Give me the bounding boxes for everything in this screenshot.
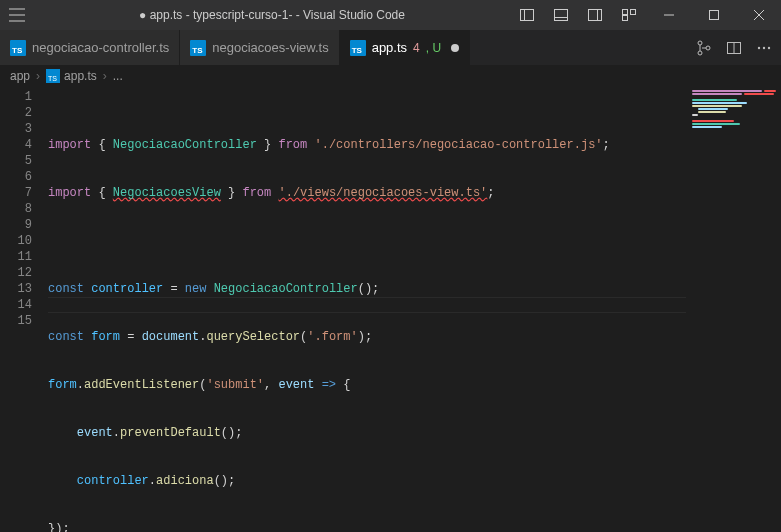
- more-actions-icon[interactable]: [753, 37, 775, 59]
- svg-rect-4: [589, 10, 602, 21]
- tab-negociacoes-view[interactable]: TS negociacoes-view.ts: [180, 30, 339, 65]
- line-number: 5: [0, 153, 32, 169]
- svg-point-18: [768, 46, 770, 48]
- typescript-icon: TS: [46, 69, 60, 83]
- svg-rect-6: [623, 10, 628, 15]
- svg-point-17: [763, 46, 765, 48]
- breadcrumb-part[interactable]: ...: [113, 69, 123, 83]
- line-number: 11: [0, 249, 32, 265]
- line-number-gutter: 123456789101112131415: [0, 87, 48, 532]
- line-number: 7: [0, 185, 32, 201]
- tab-label: app.ts: [372, 40, 407, 55]
- line-number: 10: [0, 233, 32, 249]
- breadcrumb-part[interactable]: app: [10, 69, 30, 83]
- split-editor-icon[interactable]: [723, 37, 745, 59]
- line-number: 13: [0, 281, 32, 297]
- code-content[interactable]: import { NegociacaoController } from './…: [48, 87, 686, 532]
- tab-problem-count: 4: [413, 41, 420, 55]
- svg-rect-0: [521, 10, 534, 21]
- line-number: 15: [0, 313, 32, 329]
- line-number: 3: [0, 121, 32, 137]
- svg-point-12: [698, 51, 702, 55]
- close-button[interactable]: [736, 0, 781, 30]
- breadcrumb-part[interactable]: app.ts: [64, 69, 97, 83]
- maximize-button[interactable]: [691, 0, 736, 30]
- tab-app-ts[interactable]: TS app.ts 4, U: [340, 30, 470, 65]
- breadcrumb[interactable]: app › TS app.ts › ...: [0, 65, 781, 87]
- line-number: 2: [0, 105, 32, 121]
- line-number: 8: [0, 201, 32, 217]
- minimap[interactable]: [686, 87, 781, 532]
- typescript-icon: TS: [190, 40, 206, 56]
- svg-rect-7: [631, 10, 636, 15]
- svg-point-13: [706, 46, 710, 50]
- svg-rect-10: [709, 11, 718, 20]
- line-number: 12: [0, 265, 32, 281]
- typescript-icon: TS: [10, 40, 26, 56]
- tab-label: negociacoes-view.ts: [212, 40, 328, 55]
- unsaved-dot-icon[interactable]: [451, 44, 459, 52]
- menu-icon[interactable]: [0, 0, 34, 30]
- minimize-button[interactable]: [646, 0, 691, 30]
- editor-area[interactable]: 123456789101112131415 import { Negociaca…: [0, 87, 781, 532]
- svg-point-16: [758, 46, 760, 48]
- editor-tabs: TS negociacao-controller.ts TS negociaco…: [0, 30, 781, 65]
- layout-left-icon[interactable]: [510, 0, 544, 30]
- line-number: 9: [0, 217, 32, 233]
- title-bar: ● app.ts - typescript-curso-1- - Visual …: [0, 0, 781, 30]
- line-number: 1: [0, 89, 32, 105]
- breadcrumb-separator-icon: ›: [103, 69, 107, 83]
- line-number: 4: [0, 137, 32, 153]
- tab-label: negociacao-controller.ts: [32, 40, 169, 55]
- window-title: ● app.ts - typescript-curso-1- - Visual …: [34, 8, 510, 22]
- svg-point-11: [698, 41, 702, 45]
- typescript-icon: TS: [350, 40, 366, 56]
- layout-customize-icon[interactable]: [612, 0, 646, 30]
- tab-negociacao-controller[interactable]: TS negociacao-controller.ts: [0, 30, 180, 65]
- layout-right-icon[interactable]: [578, 0, 612, 30]
- tab-git-status: , U: [426, 41, 441, 55]
- breadcrumb-separator-icon: ›: [36, 69, 40, 83]
- svg-rect-8: [623, 16, 628, 21]
- line-number: 6: [0, 169, 32, 185]
- layout-bottom-icon[interactable]: [544, 0, 578, 30]
- compare-changes-icon[interactable]: [693, 37, 715, 59]
- line-number: 14: [0, 297, 32, 313]
- svg-rect-2: [555, 10, 568, 21]
